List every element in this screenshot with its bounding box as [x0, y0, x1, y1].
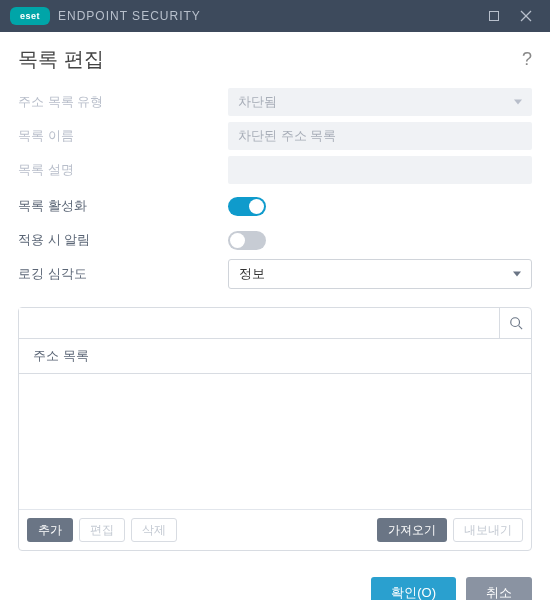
field-label-desc: 목록 설명: [18, 161, 228, 179]
cancel-button[interactable]: 취소: [466, 577, 532, 600]
notify-toggle[interactable]: [228, 231, 266, 250]
maximize-button[interactable]: [478, 0, 510, 32]
add-button[interactable]: 추가: [27, 518, 73, 542]
svg-point-3: [510, 318, 519, 327]
field-label-severity: 로깅 심각도: [18, 265, 228, 283]
close-button[interactable]: [510, 0, 542, 32]
field-label-activate: 목록 활성화: [18, 197, 228, 215]
search-button[interactable]: [499, 308, 531, 338]
field-label-type: 주소 목록 유형: [18, 93, 228, 111]
import-button[interactable]: 가져오기: [377, 518, 447, 542]
list-column-header: 주소 목록: [19, 339, 531, 374]
export-button: 내보내기: [453, 518, 523, 542]
type-select: 차단됨: [228, 88, 532, 116]
search-input[interactable]: [19, 308, 499, 338]
edit-button: 편집: [79, 518, 125, 542]
list-body: [19, 374, 531, 509]
name-field: 차단된 주소 목록: [228, 122, 532, 150]
svg-line-4: [518, 326, 522, 330]
help-icon[interactable]: ?: [522, 49, 532, 70]
field-label-notify: 적용 시 알림: [18, 231, 228, 249]
field-label-name: 목록 이름: [18, 127, 228, 145]
page-title: 목록 편집: [18, 46, 104, 73]
svg-rect-0: [490, 12, 499, 21]
delete-button: 삭제: [131, 518, 177, 542]
logo-badge: eset: [10, 7, 50, 25]
app-title: ENDPOINT SECURITY: [58, 9, 201, 23]
severity-select[interactable]: 정보: [228, 259, 532, 289]
ok-button[interactable]: 확인(O): [371, 577, 456, 600]
desc-field: [228, 156, 532, 184]
activate-toggle[interactable]: [228, 197, 266, 216]
